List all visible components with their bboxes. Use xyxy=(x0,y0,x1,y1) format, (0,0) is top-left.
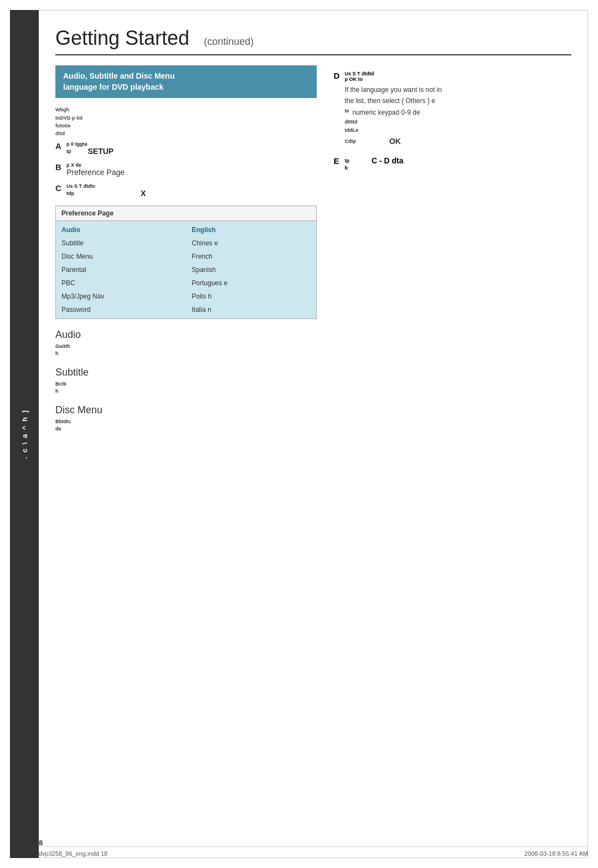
intro-corrupted-3: fototie xyxy=(55,122,317,130)
header-line1: Audio, Subtitle and Disc Menu xyxy=(63,71,309,82)
audio-corrupted1: Guitth xyxy=(55,343,317,351)
discmenu-section: Disc Menu Bbtdtc de xyxy=(55,404,317,433)
page-title: Getting Started (continued) xyxy=(55,27,571,55)
step-d-body2: the list, then select { Others } e xyxy=(344,95,571,106)
title-text: Getting Started xyxy=(55,27,189,49)
intro-corrupted-4: dttd xyxy=(55,130,317,137)
step-d-corrupted3: te xyxy=(344,107,349,118)
main-content: Getting Started (continued) Audio, Subti… xyxy=(39,10,588,858)
footer-filename: dvp3258_96_eng.indd 18 xyxy=(39,850,107,857)
subtitle-corrupted1: Bctb xyxy=(55,381,317,388)
table-row-password: Password xyxy=(61,303,181,316)
intro-corrupted-1: Wbgh xyxy=(55,106,317,114)
table-val-spanish: Spanish xyxy=(192,263,311,276)
step-a-highlight: SETUP xyxy=(88,147,114,156)
intro-text: Wbgh toDVD p tid fototie dttd xyxy=(55,106,317,138)
step-d-label: D Us S T dtdtd p OK to xyxy=(333,71,571,82)
table-row-discmenu: Disc Menu xyxy=(61,250,181,263)
table-col1: Audio Subtitle Disc Menu Parental PBC Mp… xyxy=(56,221,186,319)
audio-section: Audio Guitth h xyxy=(55,329,317,358)
step-d-content: If the language you want is not in the l… xyxy=(344,84,571,148)
step-d-letter: D xyxy=(333,71,341,80)
step-d-sub3: numeric keypad 0-9 de xyxy=(352,107,420,118)
continued-text: (continued) xyxy=(204,36,254,47)
table-row-audio: Audio xyxy=(61,223,181,237)
step-d: D Us S T dtdtd p OK to If the language y… xyxy=(333,71,571,148)
table-row-mp3: Mp3/Jpeg Nav xyxy=(61,290,181,303)
subtitle-corrupted2: h xyxy=(55,388,317,396)
step-a: A p 0 tggta tp SETUP xyxy=(55,141,317,156)
audio-corrupted2: h xyxy=(55,350,317,358)
table-val-chinese: Chines e xyxy=(192,237,311,250)
discmenu-corrupted1: Bbtdtc xyxy=(55,418,317,426)
step-c-corrupted2: tdp xyxy=(66,191,74,196)
step-d-corrupted1: Us S T dtdtd xyxy=(344,71,374,76)
step-d-corrupted5: tddLe xyxy=(344,126,571,135)
step-c-letter: C xyxy=(55,183,63,193)
table-row-pbc: PBC xyxy=(61,276,181,290)
table-body: Audio Subtitle Disc Menu Parental PBC Mp… xyxy=(56,221,316,319)
step-c: C Us S T dtdtc tdp X xyxy=(55,183,317,198)
right-column: D Us S T dtdtd p OK to If the language y… xyxy=(333,65,571,442)
header-box: Audio, Subtitle and Disc Menu language f… xyxy=(55,65,317,98)
table-val-english: English xyxy=(192,223,311,237)
step-b-sub: Preference Page xyxy=(66,168,125,177)
discmenu-heading: Disc Menu xyxy=(55,404,317,416)
step-c-label: C Us S T dtdtc tdp X xyxy=(55,183,317,198)
intro-corrupted-2: toDVD p tid xyxy=(55,114,317,122)
header-line2: language for DVD playback xyxy=(63,82,309,93)
step-d-corrupted6: Cdtp xyxy=(344,137,356,146)
table-val-french: French xyxy=(192,250,311,263)
step-b-label: B p X tle Preference Page xyxy=(55,162,317,177)
footer-date: 2008-03-18 8:55:41 AM xyxy=(524,850,588,857)
subtitle-heading: Subtitle xyxy=(55,367,317,378)
audio-heading: Audio xyxy=(55,329,317,341)
step-e-corrupted2: b xyxy=(344,165,403,171)
step-a-letter: A xyxy=(55,141,63,151)
left-column: Audio, Subtitle and Disc Menu language f… xyxy=(55,65,317,442)
table-row-subtitle: Subtitle xyxy=(61,237,181,250)
table-val-portuguese: Portugues e xyxy=(192,276,311,290)
step-e-label: E tp C - D dta b xyxy=(333,156,571,171)
table-val-polish: Polis h xyxy=(192,290,311,303)
table-val-italian: Italia n xyxy=(192,303,311,316)
preference-table: Preference Page Audio Subtitle Disc Menu… xyxy=(55,206,317,319)
step-e-corrupted1: tp xyxy=(344,158,349,163)
step-a-label: A p 0 tggta tp SETUP xyxy=(55,141,317,156)
step-e-letter: E xyxy=(333,156,341,166)
step-d-corrupted2: p OK to xyxy=(344,76,363,82)
footer-bar: dvp3258_96_eng.indd 18 2008-03-18 8:55:4… xyxy=(39,846,588,857)
step-d-highlight: OK xyxy=(389,135,401,148)
step-b: B p X tle Preference Page xyxy=(55,162,317,177)
step-b-corrupted: p X tle xyxy=(66,162,125,168)
step-c-corrupted1: Us S T dtdtc xyxy=(66,183,146,189)
step-c-highlight: X xyxy=(141,189,146,198)
table-row-parental: Parental xyxy=(61,263,181,276)
sidebar: . c \ a ^ h ] xyxy=(10,10,39,858)
step-d-corrupted4: dttttd xyxy=(344,118,571,126)
step-e-highlight: C - D dta xyxy=(372,156,404,165)
table-col2: English Chines e French Spanish Portugue… xyxy=(186,221,316,319)
subtitle-section: Subtitle Bctb h xyxy=(55,367,317,396)
discmenu-corrupted2: de xyxy=(55,425,317,433)
step-d-body1: If the language you want is not in xyxy=(344,84,571,95)
step-e: E tp C - D dta b xyxy=(333,156,571,171)
step-b-letter: B xyxy=(55,162,63,172)
table-header: Preference Page xyxy=(56,206,316,221)
page-number: 8 xyxy=(39,839,43,847)
content-area: Audio, Subtitle and Disc Menu language f… xyxy=(55,65,571,442)
sidebar-label: . c \ a ^ h ] xyxy=(20,409,29,459)
step-a-sub: tp xyxy=(66,148,71,154)
step-a-corrupted: p 0 tggta xyxy=(66,141,114,147)
